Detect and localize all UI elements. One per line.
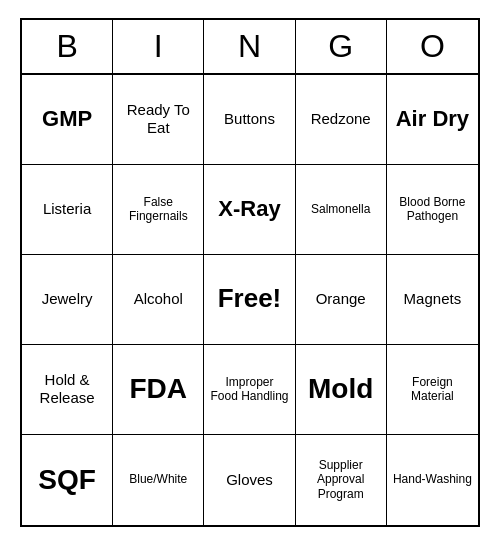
bingo-cell: SQF <box>22 435 113 525</box>
bingo-cell: Improper Food Handling <box>204 345 295 435</box>
bingo-cell: Jewelry <box>22 255 113 345</box>
bingo-cell: X-Ray <box>204 165 295 255</box>
bingo-header: BINGO <box>22 20 478 75</box>
bingo-cell: Gloves <box>204 435 295 525</box>
header-letter: O <box>387 20 478 73</box>
bingo-cell: Hand-Washing <box>387 435 478 525</box>
bingo-cell: Redzone <box>296 75 387 165</box>
bingo-cell: FDA <box>113 345 204 435</box>
bingo-cell: Foreign Material <box>387 345 478 435</box>
bingo-cell: GMP <box>22 75 113 165</box>
bingo-cell: Ready To Eat <box>113 75 204 165</box>
header-letter: B <box>22 20 113 73</box>
bingo-cell: Buttons <box>204 75 295 165</box>
bingo-cell: Blue/White <box>113 435 204 525</box>
bingo-cell: False Fingernails <box>113 165 204 255</box>
header-letter: G <box>296 20 387 73</box>
bingo-cell: Listeria <box>22 165 113 255</box>
bingo-cell: Magnets <box>387 255 478 345</box>
bingo-card: BINGO GMPReady To EatButtonsRedzoneAir D… <box>20 18 480 527</box>
bingo-cell: Air Dry <box>387 75 478 165</box>
bingo-cell: Mold <box>296 345 387 435</box>
header-letter: N <box>204 20 295 73</box>
bingo-cell: Salmonella <box>296 165 387 255</box>
bingo-cell: Orange <box>296 255 387 345</box>
header-letter: I <box>113 20 204 73</box>
bingo-cell: Free! <box>204 255 295 345</box>
bingo-cell: Blood Borne Pathogen <box>387 165 478 255</box>
bingo-cell: Supplier Approval Program <box>296 435 387 525</box>
bingo-cell: Hold & Release <box>22 345 113 435</box>
bingo-grid: GMPReady To EatButtonsRedzoneAir DryList… <box>22 75 478 525</box>
bingo-cell: Alcohol <box>113 255 204 345</box>
